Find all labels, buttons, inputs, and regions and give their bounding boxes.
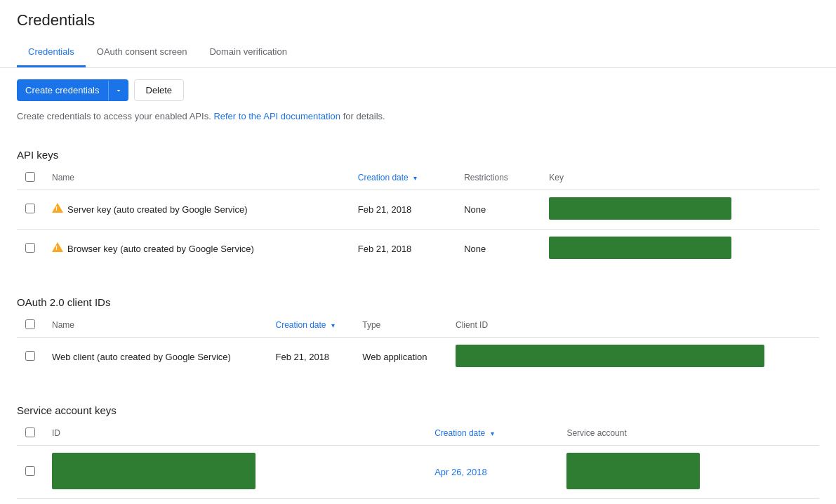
oauth-col-type: Type — [354, 314, 447, 338]
oauth-row1-type: Web application — [354, 337, 447, 376]
service-row2-id — [44, 498, 426, 504]
oauth-select-all-col — [17, 314, 44, 338]
oauth-table: Name Creation date ▾ Type Client ID Web … — [17, 314, 819, 376]
oauth-row1-date: Feb 21, 2018 — [267, 337, 354, 376]
page-title: Credentials — [17, 11, 819, 38]
api-key-row2-restrictions: None — [456, 229, 540, 268]
table-row: Server key (auto created by Google Servi… — [17, 190, 819, 229]
service-row1-id-block — [52, 453, 256, 489]
service-row2-account — [558, 498, 819, 504]
service-select-all[interactable] — [25, 427, 35, 437]
api-key-row2-key — [540, 229, 819, 268]
api-key-row1-checkbox[interactable] — [25, 204, 35, 213]
service-select-all-col — [17, 422, 44, 446]
api-keys-select-all-col — [17, 166, 44, 190]
table-row: Apr 26, 2018 — [17, 445, 819, 498]
api-keys-col-date[interactable]: Creation date ▾ — [350, 166, 456, 190]
oauth-col-date[interactable]: Creation date ▾ — [267, 314, 354, 338]
service-row1-check-cell — [17, 445, 44, 498]
warning-icon — [52, 242, 63, 253]
api-key-row1-name: Server key (auto created by Google Servi… — [44, 190, 350, 229]
tab-nav: Credentials OAuth consent screen Domain … — [17, 38, 819, 67]
api-keys-table: Name Creation date ▾ Restrictions Key — [17, 166, 819, 268]
api-doc-link[interactable]: Refer to the API documentation — [213, 111, 340, 121]
api-keys-col-key: Key — [540, 166, 819, 190]
api-key-row1-key-block — [549, 197, 731, 220]
tab-oauth-consent[interactable]: OAuth consent screen — [86, 38, 199, 67]
service-col-id: ID — [44, 422, 426, 446]
service-row1-checkbox[interactable] — [25, 466, 35, 476]
oauth-row1-check-cell — [17, 337, 44, 376]
oauth-row1-name: Web client (auto created by Google Servi… — [44, 337, 267, 376]
service-row2-check-cell — [17, 498, 44, 504]
warning-icon — [52, 203, 63, 214]
service-row2-date: Apr 26, 2018 — [426, 498, 558, 504]
oauth-section-title: OAuth 2.0 client IDs — [17, 296, 819, 308]
api-key-row2-check-cell — [17, 229, 44, 268]
page-header: Credentials Credentials OAuth consent sc… — [0, 0, 836, 68]
oauth-row1-client-id — [447, 337, 819, 376]
api-keys-col-restrictions: Restrictions — [456, 166, 540, 190]
api-keys-col-name: Name — [44, 166, 350, 190]
api-key-row2-name: Browser key (auto created by Google Serv… — [44, 229, 350, 268]
service-col-date[interactable]: Creation date ▾ — [426, 422, 558, 446]
create-credentials-button[interactable]: Create credentials — [17, 79, 128, 101]
api-keys-select-all[interactable] — [25, 172, 35, 182]
api-key-row1-key — [540, 190, 819, 229]
oauth-select-all[interactable] — [25, 319, 35, 329]
service-row1-id — [44, 445, 426, 498]
table-row: Browser key (auto created by Google Serv… — [17, 229, 819, 268]
api-key-row1-check-cell — [17, 190, 44, 229]
oauth-col-client-id: Client ID — [447, 314, 819, 338]
oauth-col-name: Name — [44, 314, 267, 338]
service-row1-account — [558, 445, 819, 498]
api-key-row1-date: Feb 21, 2018 — [350, 190, 456, 229]
delete-button[interactable]: Delete — [134, 79, 185, 101]
oauth-row1-client-id-block — [456, 345, 764, 367]
oauth-row1-checkbox[interactable] — [25, 351, 35, 361]
sort-arrow-icon: ▾ — [491, 430, 494, 437]
create-credentials-dropdown[interactable] — [108, 81, 128, 100]
api-key-row1-restrictions: None — [456, 190, 540, 229]
tab-credentials[interactable]: Credentials — [17, 38, 86, 67]
api-key-row2-checkbox[interactable] — [25, 243, 35, 253]
info-text: Create credentials to access your enable… — [17, 110, 819, 124]
service-row1-account-block — [566, 453, 700, 489]
service-row1-date: Apr 26, 2018 — [426, 445, 558, 498]
service-accounts-title: Service account keys — [17, 404, 819, 416]
chevron-down-icon — [114, 86, 123, 95]
service-col-account: Service account — [558, 422, 819, 446]
sort-arrow-icon: ▾ — [413, 174, 417, 182]
sort-arrow-icon: ▾ — [331, 321, 335, 329]
create-credentials-label: Create credentials — [17, 79, 108, 101]
main-content: Create credentials Delete Create credent… — [0, 68, 836, 504]
toolbar: Create credentials Delete — [17, 79, 819, 101]
api-keys-title: API keys — [17, 149, 819, 161]
service-accounts-table: ID Creation date ▾ Service account Apr 2… — [17, 422, 819, 505]
api-key-row2-key-block — [549, 237, 731, 259]
tab-domain-verification[interactable]: Domain verification — [198, 38, 298, 67]
api-key-row2-date: Feb 21, 2018 — [350, 229, 456, 268]
table-row: Web client (auto created by Google Servi… — [17, 337, 819, 376]
table-row: Apr 26, 2018 — [17, 498, 819, 504]
